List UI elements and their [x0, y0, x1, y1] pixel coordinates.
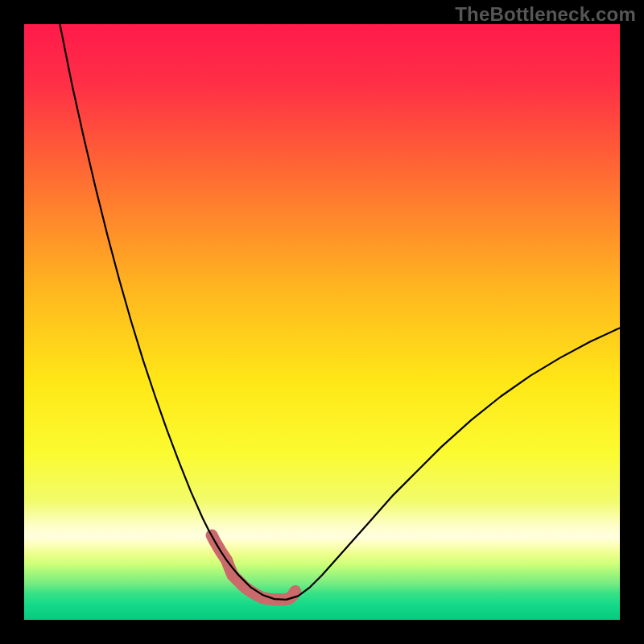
- chart-svg: [24, 24, 620, 620]
- outer-frame: TheBottleneck.com: [0, 0, 644, 644]
- watermark-text: TheBottleneck.com: [455, 3, 636, 26]
- gradient-background: [24, 24, 620, 620]
- chart-plot-area: [24, 24, 620, 620]
